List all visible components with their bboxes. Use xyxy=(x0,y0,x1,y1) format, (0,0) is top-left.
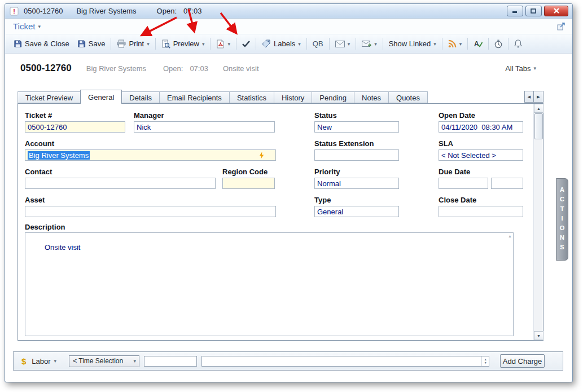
minimize-button[interactable] xyxy=(507,6,523,16)
save-close-button[interactable]: Save & Close xyxy=(10,37,73,51)
titlebar-ticket-id: 0500-12760 xyxy=(24,7,63,15)
toolbar-separator xyxy=(236,38,236,50)
sla-label: SLA xyxy=(439,139,453,148)
ticket-number-field[interactable] xyxy=(25,121,125,133)
tab-scroll-left-button[interactable]: ◀ xyxy=(524,91,534,103)
send-email-button[interactable]: ▾ xyxy=(358,37,381,51)
printer-icon xyxy=(117,39,126,48)
panel-scrollbar: ▲ ▼ xyxy=(533,104,543,340)
scroll-down-button[interactable]: ▼ xyxy=(534,331,543,340)
spellcheck-button[interactable]: A xyxy=(470,37,486,51)
show-linked-button[interactable]: Show Linked ▾ xyxy=(385,37,440,51)
status-extension-label: Status Extension xyxy=(314,139,374,148)
close-button[interactable] xyxy=(544,6,568,16)
toolbar-separator xyxy=(356,38,356,50)
scrollbar-thumb[interactable] xyxy=(534,113,543,139)
desktop: ! 0500-12760 Big River Systems Open: 07:… xyxy=(0,0,583,392)
chevron-down-icon: ▾ xyxy=(433,41,436,47)
contact-field[interactable] xyxy=(25,178,216,189)
svg-text:A: A xyxy=(474,40,479,48)
chevron-down-icon: ▾ xyxy=(147,41,150,47)
manager-field[interactable] xyxy=(134,121,275,133)
tab-history[interactable]: History xyxy=(274,91,312,103)
ticket-header: 0500-12760 Big River Systems Open: 07:03… xyxy=(5,56,572,81)
open-date-field[interactable] xyxy=(439,121,523,133)
chevron-down-icon: ▾ xyxy=(227,41,230,47)
chevron-down-icon: ▾ xyxy=(202,41,205,47)
charge-type-dropdown[interactable]: Labor ▾ xyxy=(32,357,56,365)
alerts-button[interactable] xyxy=(510,37,526,51)
priority-field[interactable] xyxy=(314,178,399,189)
toolbar-separator xyxy=(488,38,489,50)
account-field[interactable]: Big River Systems xyxy=(25,149,276,161)
tab-strip: Ticket Preview General Details Email Rec… xyxy=(17,90,543,103)
due-date-field[interactable] xyxy=(439,178,488,189)
scroll-up-button[interactable]: ▲ xyxy=(534,104,543,113)
tab-statistics[interactable]: Statistics xyxy=(229,91,274,103)
currency-icon: $ xyxy=(21,356,26,366)
chevron-down-icon: ▾ xyxy=(134,358,137,364)
tab-general[interactable]: General xyxy=(80,90,122,104)
close-date-field[interactable] xyxy=(439,206,523,217)
titlebar[interactable]: ! 0500-12760 Big River Systems Open: 07:… xyxy=(5,4,572,19)
due-time-field[interactable] xyxy=(491,178,523,189)
toolbar-separator xyxy=(383,38,383,50)
tab-pending[interactable]: Pending xyxy=(312,91,354,103)
toolbar-separator xyxy=(256,38,256,50)
charge-description-input-wrap: ▲▼ xyxy=(201,356,489,367)
print-button[interactable]: Print ▾ xyxy=(113,37,153,51)
ticket-menu[interactable]: Ticket ▾ xyxy=(13,21,41,31)
time-selection-dropdown[interactable]: < Time Selection ▾ xyxy=(69,355,139,367)
titlebar-open-label: Open: xyxy=(157,7,177,15)
labels-button[interactable]: Labels ▾ xyxy=(258,37,305,51)
toolbar-separator xyxy=(442,38,442,50)
email-button[interactable]: ▾ xyxy=(331,37,354,51)
region-code-field[interactable] xyxy=(222,178,275,189)
status-field[interactable] xyxy=(314,121,399,133)
type-field[interactable] xyxy=(314,206,399,217)
pdf-button[interactable]: ▾ xyxy=(212,37,234,51)
tab-quotes[interactable]: Quotes xyxy=(388,91,428,103)
quickbooks-button[interactable]: QB xyxy=(309,37,327,51)
ticket-window: ! 0500-12760 Big River Systems Open: 07:… xyxy=(5,3,573,382)
type-label: Type xyxy=(314,196,331,204)
asset-field[interactable] xyxy=(25,206,276,217)
preview-button[interactable]: Preview ▾ xyxy=(157,37,209,51)
tab-ticket-preview[interactable]: Ticket Preview xyxy=(17,91,81,103)
actions-side-tab[interactable]: ACTIONS xyxy=(556,178,568,261)
envelope-send-icon xyxy=(362,40,371,47)
tab-scroll-right-button[interactable]: ▶ xyxy=(534,91,543,103)
preview-icon xyxy=(161,39,170,49)
save-button[interactable]: Save xyxy=(73,37,109,51)
all-tabs-dropdown[interactable]: All Tabs ▾ xyxy=(505,64,536,73)
ticket-menu-label: Ticket xyxy=(13,21,35,31)
status-extension-field[interactable] xyxy=(314,149,399,161)
tab-details[interactable]: Details xyxy=(121,91,160,103)
manager-label: Manager xyxy=(134,111,164,120)
due-date-label: Due Date xyxy=(439,168,470,176)
charge-description-input[interactable] xyxy=(202,356,481,366)
toolbar-separator xyxy=(306,38,307,50)
maximize-button[interactable] xyxy=(525,6,542,16)
chevron-down-icon: ▾ xyxy=(374,41,377,47)
spinner-control[interactable]: ▲▼ xyxy=(481,356,489,366)
chevron-down-icon: ▾ xyxy=(54,358,57,364)
ticket-id: 0500-12760 xyxy=(20,63,72,74)
charge-hours-input[interactable] xyxy=(144,356,197,367)
close-date-label: Close Date xyxy=(439,196,476,204)
toolbar: Save & Close Save Print ▾ Preview ▾ ▾ xyxy=(5,34,572,54)
rss-button[interactable]: ▾ xyxy=(444,37,466,51)
save-icon xyxy=(77,39,86,48)
tab-notes[interactable]: Notes xyxy=(354,91,389,103)
sla-field[interactable] xyxy=(439,149,523,161)
toolbar-separator xyxy=(210,38,211,50)
add-charge-button[interactable]: Add Charge xyxy=(500,354,545,368)
description-field[interactable]: Onsite visit ▲ xyxy=(25,232,514,336)
popout-icon[interactable] xyxy=(557,22,566,30)
description-scroll-up-icon[interactable]: ▲ xyxy=(508,234,512,238)
tab-email-recipients[interactable]: Email Recipients xyxy=(159,91,230,103)
timer-button[interactable] xyxy=(490,37,506,51)
complete-check-button[interactable] xyxy=(238,37,254,51)
ticket-alert-icon: ! xyxy=(10,7,19,16)
charge-bar: $ Labor ▾ < Time Selection ▾ ▲▼ Add Char… xyxy=(13,351,563,371)
